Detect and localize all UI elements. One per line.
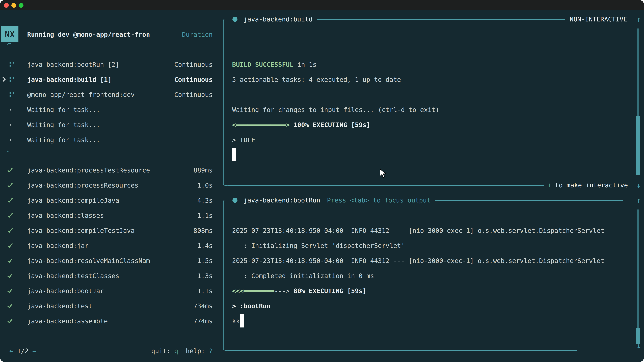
interactive-hint: i to make interactive <box>548 178 628 193</box>
task-status-dot-icon <box>232 17 238 22</box>
duration-column-header: Duration <box>182 27 213 42</box>
task-label: java-backend:classes <box>27 208 104 223</box>
sidebar-title: Running dev @mono-app/react-fron <box>27 27 150 42</box>
task-duration: 774ms <box>194 314 213 329</box>
task-row[interactable]: java-backend:bootRun [2]Continuous <box>0 57 223 72</box>
output-text: kk <box>232 318 240 325</box>
interactive-hint-key: i <box>548 182 551 189</box>
scroll-down-icon[interactable]: ↓ <box>634 178 644 193</box>
completed-task-row[interactable]: java-backend:testClasses1.3s <box>0 268 223 283</box>
selected-arrow-icon <box>0 77 6 82</box>
task-row[interactable]: java-backend:build [1]Continuous <box>0 72 223 87</box>
task-label: java-backend:testClasses <box>27 268 119 283</box>
task-label: java-backend:assemble <box>27 314 108 329</box>
completed-task-row[interactable]: java-backend:assemble774ms <box>0 314 223 329</box>
check-icon <box>8 287 13 293</box>
completed-task-row[interactable]: java-backend:processResources1.0s <box>0 178 223 193</box>
check-icon <box>8 227 13 233</box>
spinner-dot <box>10 95 11 97</box>
bootrun-pane-title: java-backend:bootRun <box>244 197 320 204</box>
completed-task-row[interactable]: java-backend:jar1.4s <box>0 238 223 253</box>
spinner-dot <box>10 80 11 82</box>
output-row: : Completed initialization in 0 ms <box>232 268 374 283</box>
task-row[interactable]: Waiting for task... <box>0 117 223 132</box>
page-next-icon[interactable]: → <box>32 347 36 355</box>
task-label: Waiting for task... <box>27 102 100 117</box>
check-icon <box>8 167 13 172</box>
cursor-block <box>232 148 236 161</box>
task-row[interactable]: Waiting for task... <box>0 132 223 147</box>
task-duration: 889ms <box>194 163 213 178</box>
output-text: 80% EXECUTING [59s] <box>294 287 366 295</box>
task-status: Continuous <box>174 87 213 102</box>
output-text: 5 actionable tasks: 4 executed, 1 up-to-… <box>232 76 401 83</box>
task-label: java-backend:test <box>27 299 92 314</box>
completed-task-row[interactable]: java-backend:test734ms <box>0 299 223 314</box>
completed-task-row[interactable]: java-backend:bootJar1.1s <box>0 283 223 299</box>
title-bar <box>0 0 644 10</box>
task-label: java-backend:processResources <box>27 178 138 193</box>
check-icon <box>8 197 13 203</box>
task-duration: 1.0s <box>197 178 213 193</box>
scroll-up-icon[interactable]: ↑ <box>634 12 644 27</box>
output-row: > :bootRun <box>232 299 270 314</box>
mouse-cursor <box>379 168 387 178</box>
output-row: BUILD SUCCESSFUL in 1s <box>232 57 316 72</box>
bootrun-scrollbar-track[interactable] <box>637 210 639 344</box>
output-text: 2025-07-23T13:40:18.950-04:00 INFO 44312… <box>232 257 604 265</box>
spinner-icon <box>10 62 14 66</box>
page-indicator-value: 1/2 <box>17 347 29 355</box>
output-text: ---> <box>274 287 290 295</box>
output-row: <═════════════> 100% EXECUTING [59s] <box>232 117 370 132</box>
close-button[interactable] <box>4 3 9 8</box>
output-text: <<<════════ <box>232 287 274 295</box>
build-pane-header[interactable]: java-backend:build NON-INTERACTIVE <box>223 12 644 27</box>
scroll-up-icon[interactable]: ↑ <box>634 193 644 208</box>
output-text: > :bootRun <box>232 302 270 310</box>
task-sidebar: NX Running dev @mono-app/react-fron Dura… <box>0 10 223 362</box>
completed-task-row[interactable]: java-backend:resolveMainClassNam1.5s <box>0 253 223 268</box>
output-row <box>232 147 236 163</box>
task-duration: 1.1s <box>197 208 213 223</box>
task-label: java-backend:bootJar <box>27 283 104 299</box>
task-duration: 1.1s <box>197 283 213 299</box>
build-scrollbar-thumb[interactable] <box>636 116 640 175</box>
output-row: kk <box>232 314 244 329</box>
spinner-dot <box>12 92 14 94</box>
check-icon <box>8 272 13 278</box>
focus-output-hint: Press <tab> to focus output <box>327 197 431 204</box>
task-label: @mono-app/react-frontend:dev <box>27 87 135 102</box>
output-row: Waiting for changes to input files... (c… <box>232 102 439 117</box>
minimize-button[interactable] <box>12 3 16 8</box>
zoom-button[interactable] <box>19 3 24 8</box>
output-text: <═════════════> <box>232 121 290 129</box>
completed-task-row[interactable]: java-backend:compileJava4.3s <box>0 193 223 208</box>
output-text: > IDLE <box>232 136 255 144</box>
task-row[interactable]: Waiting for task... <box>0 102 223 117</box>
header-rule <box>317 19 565 20</box>
bootrun-pane-bottom-border <box>228 350 577 351</box>
output-row: <<<════════---> 80% EXECUTING [59s] <box>232 283 366 299</box>
page-indicator <box>13 347 17 355</box>
completed-task-row[interactable]: java-backend:classes1.1s <box>0 208 223 223</box>
scroll-down-icon[interactable]: ↓ <box>634 338 644 354</box>
terminal: NX Running dev @mono-app/react-fron Dura… <box>0 10 644 362</box>
output-row: 2025-07-23T13:40:18.950-04:00 INFO 44312… <box>232 253 604 268</box>
output-text: : Initializing Servlet 'dispatcherServle… <box>232 242 405 249</box>
check-icon <box>8 318 13 323</box>
cursor-block <box>240 314 244 328</box>
bootrun-pane-header[interactable]: java-backend:bootRun Press <tab> to focu… <box>223 193 644 208</box>
task-duration: 1.3s <box>197 268 213 283</box>
output-text: 2025-07-23T13:40:18.950-04:00 INFO 44312… <box>232 227 604 234</box>
completed-task-row[interactable]: java-backend:compileTestJava808ms <box>0 223 223 238</box>
bootrun-pane-border <box>223 200 228 351</box>
waiting-dot-icon <box>10 109 11 111</box>
key-hints: quit: q help: ? <box>151 344 213 359</box>
help-label: help: <box>178 347 209 355</box>
task-status: Continuous <box>174 72 213 87</box>
task-label: java-backend:jar <box>27 238 88 253</box>
completed-task-row[interactable]: java-backend:processTestResource889ms <box>0 163 223 178</box>
page-prev-icon[interactable]: ← <box>10 347 13 355</box>
task-row[interactable]: @mono-app/react-frontend:devContinuous <box>0 87 223 102</box>
output-panes: java-backend:build NON-INTERACTIVE BUILD… <box>223 10 644 362</box>
